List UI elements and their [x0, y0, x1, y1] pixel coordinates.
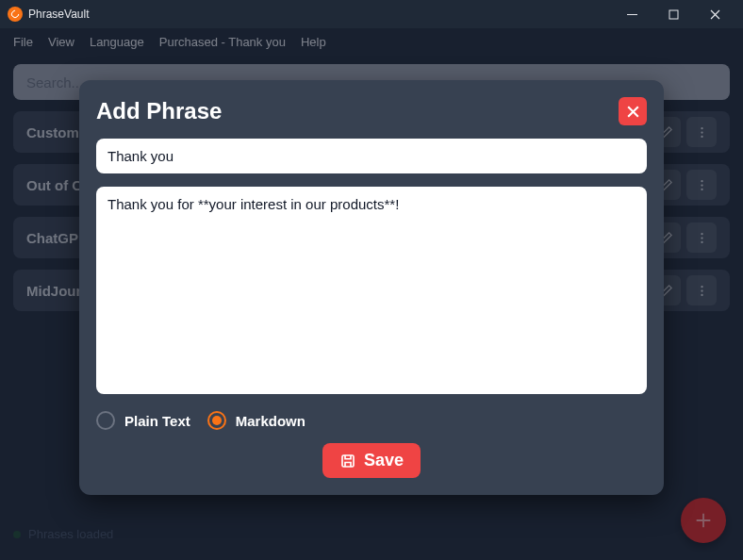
radio-markdown-label: Markdown — [236, 413, 305, 429]
svg-rect-13 — [342, 455, 354, 467]
close-icon — [627, 106, 639, 118]
maximize-icon — [669, 9, 679, 20]
save-icon — [339, 453, 356, 469]
phrase-body-textarea[interactable] — [96, 187, 647, 394]
modal-header: Add Phrase — [96, 97, 647, 125]
minimize-button[interactable] — [611, 0, 652, 28]
app-title: PhraseVault — [28, 8, 89, 21]
close-icon — [710, 9, 720, 20]
modal-title: Add Phrase — [96, 98, 222, 124]
radio-markdown[interactable] — [207, 411, 226, 430]
window-controls — [611, 0, 735, 28]
modal-close-button[interactable] — [619, 97, 647, 125]
add-phrase-modal: Add Phrase Plain Text Markdown Save — [79, 80, 664, 495]
phrase-name-input[interactable] — [96, 139, 647, 173]
save-button-label: Save — [364, 451, 404, 470]
titlebar: PhraseVault — [0, 0, 743, 28]
minimize-icon — [627, 9, 637, 20]
svg-rect-0 — [669, 10, 678, 19]
modal-overlay: Add Phrase Plain Text Markdown Save — [0, 28, 743, 560]
save-button[interactable]: Save — [322, 443, 421, 478]
radio-plain-text[interactable] — [96, 411, 115, 430]
close-window-button[interactable] — [694, 0, 735, 28]
radio-plain-text-label: Plain Text — [124, 413, 190, 429]
app-icon — [8, 7, 23, 22]
maximize-button[interactable] — [652, 0, 694, 28]
format-radio-group: Plain Text Markdown — [96, 411, 647, 430]
